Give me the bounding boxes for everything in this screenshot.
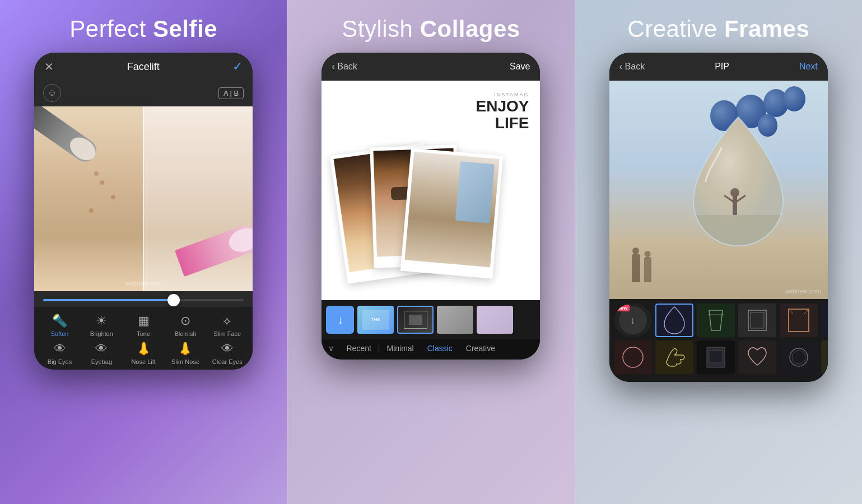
tab-recent[interactable]: Recent [339, 344, 378, 353]
water-drop [682, 114, 794, 249]
frame-circle[interactable] [614, 340, 652, 374]
slim-nose-icon: 👃 [178, 342, 193, 356]
big-eyes-label: Big Eyes [48, 358, 72, 365]
tools-row-2: 👁 Big Eyes 👁 Eyebag 👃 Nose Lift 👃 Slim N… [34, 339, 253, 367]
svg-rect-7 [748, 310, 766, 330]
tool-tone[interactable]: ▦ Tone [124, 314, 162, 337]
svg-rect-16 [709, 351, 723, 363]
frame-square-3[interactable] [821, 304, 828, 337]
frame-square-1[interactable] [738, 304, 776, 337]
collage-thumbs: ↓ THE [321, 300, 540, 339]
collage-brand: INSTAMAG [494, 92, 529, 97]
phone-sub-bar: ☺ A | B [34, 81, 253, 106]
collage-thumb-3[interactable] [437, 306, 473, 334]
back-button-frames[interactable]: ‹ Back [619, 62, 645, 72]
nose-lift-label: Nose Lift [131, 358, 155, 365]
collage-enjoy: ENJOY [476, 99, 529, 114]
slider-area [34, 291, 253, 307]
frame-cup[interactable] [697, 304, 735, 337]
bottom-tools: 🔦 Soften ☀ Brighten ▦ Tone ⊙ Blemish ⟡ [34, 307, 253, 370]
frames-topbar: ‹ Back PIP Next [609, 53, 828, 81]
balloon-4 [783, 86, 805, 111]
brighten-icon: ☀ [96, 314, 107, 328]
facelift-title: Facelift [127, 61, 160, 73]
tool-slim-nose[interactable]: 👃 Slim Nose [166, 342, 204, 365]
collage-thumb-2-selected[interactable] [397, 306, 434, 334]
new-badge: New [615, 305, 630, 311]
frame-circle-2[interactable] [780, 340, 818, 374]
collage-canvas: INSTAMAG ENJOY LIFE [321, 81, 540, 300]
face-icon: ☺ [43, 84, 61, 102]
nose-lift-icon: 👃 [136, 342, 151, 356]
panel-1-title: Perfect Selfie [69, 16, 217, 43]
tool-clear-eyes[interactable]: 👁 Clear Eyes [208, 342, 246, 365]
frames-row-2 [614, 340, 823, 374]
brighten-label: Brighten [90, 330, 113, 337]
adjustment-slider[interactable] [43, 299, 244, 301]
slim-face-icon: ⟡ [223, 314, 231, 328]
back-button-collage[interactable]: ‹ Back [332, 62, 357, 72]
tab-creative[interactable]: Creative [459, 344, 502, 353]
collage-category-tabs: ∨ Recent | Minimal Classic Creative [321, 339, 540, 360]
clear-eyes-icon: 👁 [221, 342, 234, 356]
tone-icon: ▦ [138, 314, 150, 328]
tool-nose-lift[interactable]: 👃 Nose Lift [124, 342, 162, 365]
person-left-2 [644, 257, 651, 282]
pip-title: PIP [715, 62, 729, 72]
title-light-3: Creative [627, 16, 724, 42]
tool-eyebag[interactable]: 👁 Eyebag [82, 342, 120, 365]
title-bold-1: Selfie [153, 16, 217, 42]
save-button-collage[interactable]: Save [510, 62, 530, 72]
download-button[interactable]: ↓ [326, 306, 354, 334]
face-before [34, 106, 143, 291]
frame-ornate[interactable] [821, 340, 828, 374]
title-bold-2: Collages [420, 16, 520, 42]
photo-stack [333, 143, 529, 289]
tool-brighten[interactable]: ☀ Brighten [82, 314, 120, 337]
eyebag-label: Eyebag [91, 358, 112, 365]
next-button[interactable]: Next [799, 62, 818, 72]
title-light-2: Stylish [342, 16, 420, 42]
frame-drop-selected[interactable] [655, 304, 693, 337]
before-after-divider [143, 106, 144, 291]
tool-blemish[interactable]: ⊙ Blemish [166, 314, 204, 337]
frame-dark-rect[interactable] [697, 340, 735, 374]
person-left [632, 254, 640, 282]
tools-row-1: 🔦 Soften ☀ Brighten ▦ Tone ⊙ Blemish ⟡ [34, 311, 253, 339]
tool-soften[interactable]: 🔦 Soften [41, 314, 79, 337]
check-icon[interactable]: ✓ [232, 59, 243, 74]
tool-big-eyes[interactable]: 👁 Big Eyes [41, 342, 79, 365]
collage-thumb-1[interactable]: THE [357, 306, 394, 334]
svg-point-18 [792, 351, 805, 364]
collage-thumb-4[interactable] [477, 306, 513, 334]
tab-minimal[interactable]: Minimal [380, 344, 420, 353]
tone-label: Tone [137, 330, 150, 337]
frame-download[interactable]: ↓ New [614, 304, 652, 337]
face-comparison-area: webneel.com [34, 106, 253, 291]
photo-card-3[interactable] [400, 148, 504, 279]
svg-point-14 [623, 347, 643, 367]
collage-life: LIFE [495, 114, 529, 132]
frame-heart[interactable] [738, 340, 776, 374]
frames-grid: ↓ New [609, 299, 828, 382]
phone-topbar-1: ✕ Facelift ✓ [34, 53, 253, 81]
ab-toggle[interactable]: A | B [218, 87, 244, 99]
panel-creative-frames: Creative Frames ‹ Back PIP Next [575, 0, 862, 504]
panel-perfect-selfie: Perfect Selfie ✕ Facelift ✓ ☺ A | B [0, 0, 287, 504]
panel-stylish-collages: Stylish Collages ‹ Back Save INSTAMAG EN… [287, 0, 575, 504]
close-icon[interactable]: ✕ [44, 60, 54, 73]
big-eyes-icon: 👁 [54, 342, 66, 356]
tool-slim-face[interactable]: ⟡ Slim Face [208, 314, 246, 337]
frame-square-2[interactable] [780, 304, 818, 337]
svg-line-10 [789, 309, 793, 314]
title-bold-3: Frames [724, 16, 809, 42]
slider-thumb[interactable] [167, 294, 180, 306]
phone-mockup-3: ‹ Back PIP Next [609, 53, 828, 382]
slim-face-label: Slim Face [213, 330, 241, 337]
watermark-1: webneel.com [125, 280, 162, 287]
slim-nose-label: Slim Nose [171, 358, 199, 365]
frame-hand[interactable] [655, 340, 693, 374]
soften-icon: 🔦 [52, 314, 67, 328]
watermark-3: webneel.com [785, 288, 821, 295]
tab-classic[interactable]: Classic [421, 344, 459, 353]
